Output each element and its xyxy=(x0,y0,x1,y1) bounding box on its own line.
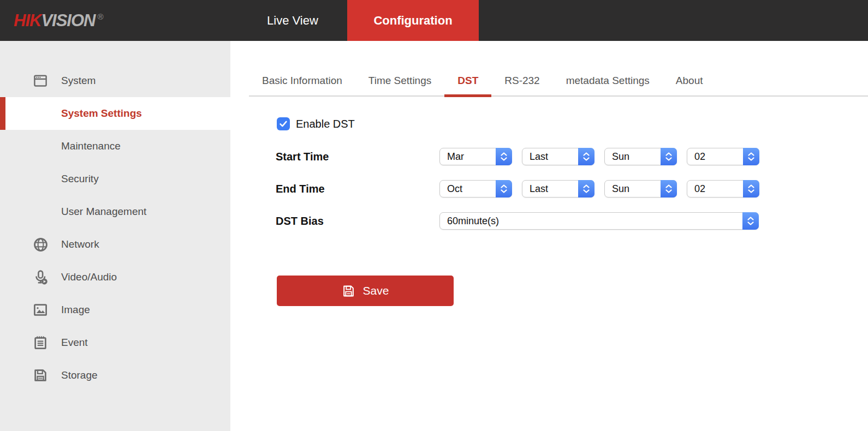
select-stepper-icon xyxy=(743,180,759,197)
notepad-icon xyxy=(32,334,49,351)
dst-bias-label: DST Bias xyxy=(276,215,439,228)
main-content: Basic Information Time Settings DST RS-2… xyxy=(230,41,868,431)
start-week-select[interactable]: Last xyxy=(522,148,594,165)
sidebar-item-video-audio[interactable]: Video/Audio xyxy=(0,261,230,294)
sidebar-item-label: System Settings xyxy=(61,107,142,119)
save-button[interactable]: Save xyxy=(277,276,454,306)
sidebar-item-label: Network xyxy=(61,238,99,250)
dst-bias-selects: 60minute(s) xyxy=(439,212,759,230)
end-month-select[interactable]: Oct xyxy=(439,180,512,197)
start-time-selects: Mar Last Sun 02 xyxy=(439,148,759,165)
sidebar-item-network[interactable]: Network xyxy=(0,228,230,261)
sidebar-item-label: Maintenance xyxy=(61,140,121,152)
nav-configuration[interactable]: Configuration xyxy=(347,0,479,41)
end-time-label: End Time xyxy=(276,183,439,195)
globe-icon xyxy=(32,236,49,253)
window-icon xyxy=(32,72,49,89)
tab-dst[interactable]: DST xyxy=(444,65,491,95)
sidebar-item-system[interactable]: System xyxy=(0,64,230,97)
logo-hik: HIK xyxy=(14,11,41,31)
save-floppy-icon xyxy=(342,284,355,298)
select-stepper-icon xyxy=(743,148,759,165)
sidebar-item-label: Security xyxy=(61,173,99,185)
select-stepper-icon xyxy=(661,180,677,197)
settings-tab-bar: Basic Information Time Settings DST RS-2… xyxy=(249,65,868,97)
sidebar-item-label: Video/Audio xyxy=(61,271,117,283)
select-stepper-icon xyxy=(742,212,759,230)
tab-about[interactable]: About xyxy=(663,65,716,95)
microphone-icon xyxy=(32,268,49,286)
select-stepper-icon xyxy=(578,180,594,197)
select-stepper-icon xyxy=(578,148,594,165)
start-time-label: Start Time xyxy=(276,151,439,163)
top-navigation: Live View Configuration xyxy=(238,0,479,41)
end-week-select[interactable]: Last xyxy=(522,180,594,197)
end-time-selects: Oct Last Sun 02 xyxy=(439,180,759,197)
sidebar: System System Settings Maintenance Secur… xyxy=(0,41,230,431)
sidebar-item-security[interactable]: Security xyxy=(0,163,230,195)
enable-dst-label: Enable DST xyxy=(296,118,355,130)
tab-rs-232[interactable]: RS-232 xyxy=(491,65,552,95)
tab-metadata-settings[interactable]: metadata Settings xyxy=(553,65,663,95)
top-header: HIKVISION® Live View Configuration xyxy=(0,0,868,41)
end-hour-select[interactable]: 02 xyxy=(687,180,759,197)
sidebar-item-label: Storage xyxy=(61,369,98,381)
sidebar-item-system-settings[interactable]: System Settings xyxy=(0,97,230,130)
end-day-select[interactable]: Sun xyxy=(604,180,677,197)
save-button-label: Save xyxy=(363,284,389,297)
dst-bias-row: DST Bias 60minute(s) xyxy=(276,212,759,230)
start-day-select[interactable]: Sun xyxy=(604,148,677,165)
dst-bias-select[interactable]: 60minute(s) xyxy=(439,212,759,230)
select-stepper-icon xyxy=(661,148,677,165)
tab-basic-information[interactable]: Basic Information xyxy=(249,65,355,95)
sidebar-item-label: Event xyxy=(61,337,88,349)
start-hour-select[interactable]: 02 xyxy=(687,148,759,165)
start-time-row: Start Time Mar Last Sun 02 xyxy=(276,148,759,165)
enable-dst-row: Enable DST xyxy=(277,117,355,130)
enable-dst-checkbox[interactable] xyxy=(277,117,290,130)
sidebar-item-event[interactable]: Event xyxy=(0,326,230,359)
sidebar-item-label: System xyxy=(61,75,96,87)
logo-vision: VISION xyxy=(41,11,95,31)
sidebar-item-image[interactable]: Image xyxy=(0,294,230,326)
select-stepper-icon xyxy=(496,148,512,165)
sidebar-item-storage[interactable]: Storage xyxy=(0,359,230,392)
floppy-icon xyxy=(32,367,49,384)
sidebar-item-label: Image xyxy=(61,304,90,316)
tab-time-settings[interactable]: Time Settings xyxy=(355,65,444,95)
start-month-select[interactable]: Mar xyxy=(439,148,512,165)
hikvision-configuration-screen: HIKVISION® Live View Configuration Syste… xyxy=(0,0,868,431)
end-time-row: End Time Oct Last Sun 02 xyxy=(276,180,759,197)
hikvision-logo: HIKVISION® xyxy=(14,0,103,41)
sidebar-item-user-management[interactable]: User Management xyxy=(0,195,230,228)
select-stepper-icon xyxy=(496,180,512,197)
sidebar-item-maintenance[interactable]: Maintenance xyxy=(0,130,230,163)
nav-live-view[interactable]: Live View xyxy=(238,0,347,41)
checkmark-icon xyxy=(278,118,289,129)
sidebar-item-label: User Management xyxy=(61,206,146,218)
image-icon xyxy=(32,301,49,319)
logo-registered-mark: ® xyxy=(97,12,103,21)
